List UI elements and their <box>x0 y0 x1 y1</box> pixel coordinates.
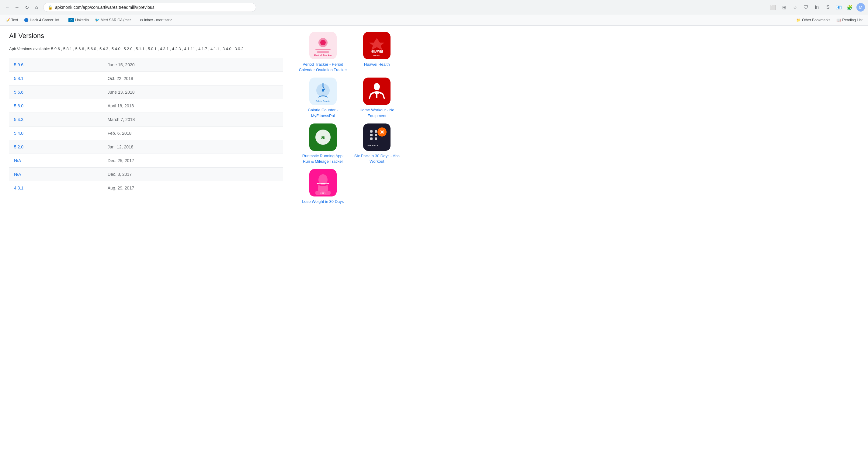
version-date: Dec. 25, 2017 <box>103 154 283 167</box>
app-name-calorie-counter: Calorie Counter - MyFitnessPal <box>298 107 348 118</box>
bookmark-mert-icon: 🐦 <box>95 18 99 22</box>
address-bar[interactable]: 🔒 <box>43 3 256 12</box>
app-icon-period-tracker: Period Tracker <box>309 32 337 59</box>
app-card-period-tracker[interactable]: Period Tracker Period Tracker - Period C… <box>298 32 348 73</box>
linkedin-bm-icon: in <box>68 18 74 22</box>
table-row: 5.6.6 June 13, 2018 <box>9 85 283 99</box>
profile-icon[interactable]: M <box>857 3 865 11</box>
back-button[interactable]: ← <box>3 3 11 11</box>
table-row: N/A Dec. 25, 2017 <box>9 154 283 167</box>
version-date: Aug. 29, 2017 <box>103 181 283 195</box>
app-icon-runtastic: a <box>309 124 337 151</box>
table-row: 5.6.0 April 18, 2018 <box>9 99 283 113</box>
table-row: 5.8.1 Oct. 22, 2018 <box>9 71 283 85</box>
version-link[interactable]: 5.6.6 <box>14 90 23 95</box>
app-name-huawei-health: Huawei Health <box>364 62 390 67</box>
bookmark-text[interactable]: 📝 Text <box>3 17 20 24</box>
reload-button[interactable]: ↻ <box>23 3 31 11</box>
version-date: Oct. 22, 2018 <box>103 71 283 85</box>
version-link[interactable]: 5.4.3 <box>14 117 23 122</box>
svg-rect-5 <box>317 52 329 53</box>
svg-text:SIX PACK: SIX PACK <box>367 144 379 147</box>
page-content: All Versions Apk Versions available: 5.9… <box>0 26 868 469</box>
app-card-huawei-health[interactable]: HUAWEI Health Huawei Health <box>352 32 402 73</box>
app-icon-sixpack: 30 SIX PACK <box>363 124 391 151</box>
bookmark-inbox[interactable]: ✉ Inbox - mert.saric... <box>137 17 178 24</box>
versions-description: Apk Versions available: 5.9.6 , 5.8.1 , … <box>9 46 283 52</box>
toolbar-right: ⬜ ⊞ ☆ 🛡 in S 📧 🧩 M <box>769 3 865 11</box>
app-name-home-workout: Home Workout - No Equipment <box>352 107 402 118</box>
tab-search-icon[interactable]: ⊞ <box>780 3 788 11</box>
bookmark-linkedin[interactable]: in LinkedIn <box>66 17 91 24</box>
version-date: April 18, 2018 <box>103 99 283 113</box>
linkedin-icon[interactable]: in <box>813 3 821 11</box>
version-link: N/A <box>14 158 21 163</box>
sidebar: Period Tracker Period Tracker - Period C… <box>292 26 407 469</box>
reading-list-icon: 📖 <box>836 18 841 22</box>
table-row: 5.4.0 Feb. 6, 2018 <box>9 126 283 140</box>
svg-point-18 <box>374 83 380 90</box>
app-card-lose-weight[interactable]: 2021 2021 Lose Weight in 30 Days <box>298 169 348 205</box>
svg-text:Health: Health <box>373 54 380 57</box>
bookmarks-bar: 📝 Text 🔵 Hack 4 Career. Inf... in Linked… <box>0 14 868 26</box>
bookmark-hack4career-label: Hack 4 Career. Inf... <box>30 18 62 22</box>
nav-buttons: ← → ↻ ⌂ <box>3 3 41 11</box>
forward-button[interactable]: → <box>13 3 21 11</box>
app-name-period-tracker: Period Tracker - Period Calendar Ovulati… <box>298 62 348 73</box>
version-link[interactable]: 4.3.1 <box>14 186 23 190</box>
bookmark-mert-label: Mert SARICA (mer... <box>101 18 134 22</box>
app-name-runtastic: Runtastic Running App: Run & Mileage Tra… <box>298 153 348 164</box>
svg-point-3 <box>320 40 326 45</box>
app-card-runtastic[interactable]: a Runtastic Running App: Run & Mileage T… <box>298 124 348 164</box>
version-link[interactable]: 5.2.0 <box>14 145 23 149</box>
app-icon-home-workout <box>363 77 391 105</box>
table-row: 5.2.0 Jan. 12, 2018 <box>9 140 283 154</box>
reading-list[interactable]: 📖 Reading List <box>834 17 865 24</box>
extension-icon[interactable]: 📧 <box>835 3 843 11</box>
version-date: Dec. 3, 2017 <box>103 167 283 181</box>
version-link[interactable]: 5.8.1 <box>14 76 23 81</box>
bookmark-mert[interactable]: 🐦 Mert SARICA (mer... <box>92 17 136 24</box>
bookmark-text-label: Text <box>11 18 18 22</box>
reading-list-label: Reading List <box>842 18 863 22</box>
svg-rect-28 <box>370 130 373 133</box>
svg-rect-4 <box>315 49 331 50</box>
bookmarks-right: 📁 Other Bookmarks 📖 Reading List <box>794 17 865 24</box>
svg-rect-33 <box>375 137 377 140</box>
app-icon-calorie-counter: Calorie Counter <box>309 77 337 105</box>
other-bookmarks[interactable]: 📁 Other Bookmarks <box>794 17 833 24</box>
browser-chrome: ← → ↻ ⌂ 🔒 ⬜ ⊞ ☆ 🛡 in S 📧 🧩 M 📝 Text 🔵 H <box>0 0 868 26</box>
table-row: 4.3.1 Aug. 29, 2017 <box>9 181 283 195</box>
bookmark-inbox-label: Inbox - mert.saric... <box>144 18 176 22</box>
version-date: June 15, 2020 <box>103 58 283 72</box>
url-input[interactable] <box>55 5 251 10</box>
version-link[interactable]: 5.6.0 <box>14 103 23 108</box>
svg-rect-31 <box>375 134 377 136</box>
versions-table: 5.9.6 June 15, 2020 5.8.1 Oct. 22, 2018 … <box>9 58 283 195</box>
folder-icon: 📁 <box>796 18 801 22</box>
version-date: June 13, 2018 <box>103 85 283 99</box>
svg-text:2021: 2021 <box>320 192 326 195</box>
adblocker-icon[interactable]: 🛡 <box>802 3 810 11</box>
table-row: 5.9.6 June 15, 2020 <box>9 58 283 72</box>
app-card-home-workout[interactable]: Home Workout - No Equipment <box>352 77 402 118</box>
app-card-calorie-counter[interactable]: Calorie Counter Calorie Counter - MyFitn… <box>298 77 348 118</box>
svg-text:a: a <box>321 133 325 141</box>
version-link[interactable]: 5.4.0 <box>14 131 23 136</box>
svg-rect-32 <box>370 137 373 140</box>
bookmark-star-icon[interactable]: ☆ <box>791 3 799 11</box>
bookmark-hack4career-icon: 🔵 <box>24 18 29 22</box>
version-link[interactable]: 5.9.6 <box>14 62 23 67</box>
extensions-icon[interactable]: 🧩 <box>845 3 854 11</box>
bookmark-hack4career[interactable]: 🔵 Hack 4 Career. Inf... <box>22 17 65 24</box>
home-button[interactable]: ⌂ <box>32 3 41 11</box>
app-card-sixpack[interactable]: 30 SIX PACK Six Pack in 30 Days - Abs Wo… <box>352 124 402 164</box>
slack-icon[interactable]: S <box>824 3 832 11</box>
main-content: All Versions Apk Versions available: 5.9… <box>0 26 292 469</box>
bookmark-linkedin-label: LinkedIn <box>75 18 89 22</box>
version-link: N/A <box>14 172 21 177</box>
svg-rect-29 <box>375 130 377 133</box>
cast-icon[interactable]: ⬜ <box>769 3 777 11</box>
sidebar-apps: Period Tracker Period Tracker - Period C… <box>295 29 404 208</box>
svg-text:Calorie Counter: Calorie Counter <box>315 100 331 102</box>
